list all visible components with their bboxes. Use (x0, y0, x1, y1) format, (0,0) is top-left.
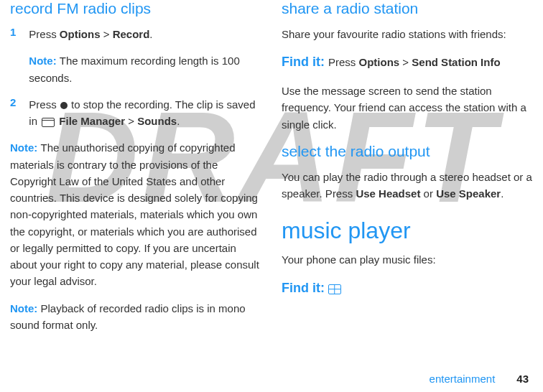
left-column: record FM radio clips 1 Press Options > … (10, 0, 261, 343)
music-intro: Your phone can play music files: (282, 251, 533, 268)
note-2-label: Note: (10, 141, 41, 154)
step-2-text-f: . (177, 115, 180, 127)
page-footer: entertainment43 (430, 373, 529, 385)
findit-2: Find it: (282, 279, 533, 299)
note-3-body: Playback of recorded radio clips is in m… (10, 302, 246, 331)
menu-grid-icon (328, 284, 341, 294)
note-3-label: Note: (10, 302, 41, 314)
step-2-number: 2 (10, 96, 16, 130)
output-c: or (420, 187, 436, 200)
step-1-text-c: > (101, 28, 113, 40)
record-label: Record (113, 28, 150, 40)
page-columns: record FM radio clips 1 Press Options > … (0, 0, 543, 343)
step-2-body: Press to stop the recording. The clip is… (29, 96, 261, 130)
note-1-body: The maximum recording length is 100 seco… (29, 55, 239, 83)
note-1-label: Note: (29, 55, 60, 67)
footer-section: entertainment (430, 373, 496, 385)
note-2-body: The unauthorised copying of copyrighted … (10, 141, 259, 287)
step-1-number: 1 (10, 26, 16, 86)
right-column: share a radio station Share your favouri… (282, 0, 533, 343)
step-1-text-e: . (149, 28, 152, 40)
findit-1-label: Find it: (282, 55, 328, 69)
memory-card-icon (42, 118, 55, 127)
output-e: . (501, 187, 503, 200)
step-1: 1 Press Options > Record. Note: The maxi… (10, 26, 261, 86)
share-intro: Share your favourite radio stations with… (282, 26, 533, 42)
note-1: Note: The maximum recording length is 10… (29, 52, 261, 86)
step-2: 2 Press to stop the recording. The clip … (10, 96, 261, 130)
use-headset-label: Use Headset (356, 187, 420, 200)
options-label-2: Options (359, 56, 400, 68)
heading-record-fm: record FM radio clips (10, 0, 261, 17)
sounds-label: Sounds (137, 115, 177, 127)
step-1-text-a: Press (29, 28, 60, 40)
findit-1-a: Press (328, 56, 359, 68)
note-3: Note: Playback of recorded radio clips i… (10, 300, 261, 334)
output-body: You can play the radio through a stereo … (282, 169, 533, 202)
share-body: Use the message screen to send the stati… (282, 83, 533, 133)
note-2: Note: The unauthorised copying of copyri… (10, 139, 261, 289)
center-key-icon (60, 102, 68, 109)
findit-1-c: > (399, 56, 412, 68)
findit-2-label: Find it: (282, 281, 328, 295)
use-speaker-label: Use Speaker (436, 187, 501, 200)
footer-page-number: 43 (516, 373, 529, 385)
heading-share-station: share a radio station (282, 0, 533, 17)
send-station-info-label: Send Station Info (412, 56, 500, 68)
step-1-body: Press Options > Record. Note: The maximu… (29, 26, 261, 86)
options-label: Options (60, 28, 101, 40)
findit-1: Find it: Press Options > Send Station In… (282, 52, 533, 73)
step-2-text-a: Press (29, 98, 60, 111)
step-2-text-d: > (125, 115, 137, 127)
heading-music-player: music player (282, 218, 533, 244)
file-manager-label: File Manager (59, 115, 125, 127)
heading-select-output: select the radio output (282, 143, 533, 160)
